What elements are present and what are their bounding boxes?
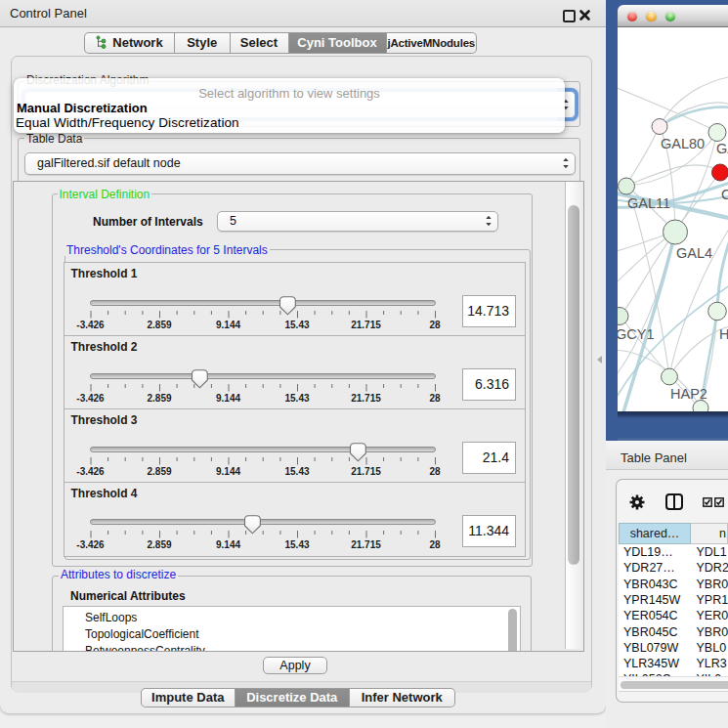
svg-text:H: H [719, 326, 728, 342]
svg-text:HAP2: HAP2 [670, 386, 707, 402]
svg-text:GCY1: GCY1 [618, 326, 655, 342]
svg-text:GA: GA [716, 140, 728, 155]
svg-text:C: C [721, 187, 728, 202]
svg-text:GAL80: GAL80 [661, 136, 705, 151]
svg-text:GAL4: GAL4 [676, 245, 712, 261]
svg-text:GAL11: GAL11 [627, 194, 670, 210]
